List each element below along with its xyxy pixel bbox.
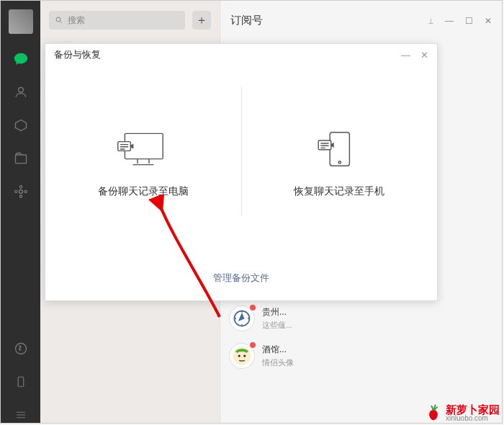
radish-icon <box>424 403 443 422</box>
svg-point-2 <box>19 190 22 194</box>
restore-label: 恢复聊天记录至手机 <box>294 185 384 198</box>
modal-close-icon[interactable]: ✕ <box>420 50 428 61</box>
modal-title: 备份与恢复 <box>54 48 101 61</box>
backup-restore-modal: 备份与恢复 — ✕ 备份聊天记录至电脑 恢复 <box>45 43 438 301</box>
restore-to-phone-option[interactable]: 恢复聊天记录至手机 <box>242 66 438 259</box>
add-button[interactable]: ＋ <box>192 11 211 30</box>
svg-point-3 <box>19 186 22 188</box>
page-title: 订阅号 <box>230 14 263 27</box>
phone-device-icon <box>310 128 368 171</box>
search-icon <box>55 16 63 24</box>
face-icon <box>231 345 253 367</box>
svg-point-5 <box>14 190 17 192</box>
list-item[interactable]: 酒馆...情侣头像 <box>220 337 502 375</box>
pin-icon[interactable]: ⟂ <box>428 16 433 26</box>
svg-rect-8 <box>18 377 24 387</box>
minimize-icon[interactable]: — <box>445 16 454 26</box>
list-item[interactable]: 贵州...这些蕴... <box>220 300 502 337</box>
watermark-text: 新萝卜家园 <box>446 404 500 415</box>
files-icon[interactable] <box>13 151 29 166</box>
svg-point-17 <box>338 161 341 163</box>
search-placeholder: 搜索 <box>68 14 85 27</box>
moments-icon[interactable] <box>13 184 29 200</box>
svg-point-12 <box>238 354 240 357</box>
svg-point-13 <box>243 354 246 357</box>
user-avatar[interactable] <box>9 9 33 34</box>
watermark: 新萝卜家园 xinluobo.com <box>424 403 500 422</box>
contacts-icon[interactable] <box>13 84 29 100</box>
chat-title: 酒馆... <box>262 344 493 356</box>
close-icon[interactable]: ✕ <box>485 16 492 26</box>
search-input[interactable]: 搜索 <box>49 11 185 30</box>
svg-point-7 <box>15 344 26 354</box>
collect-icon[interactable] <box>13 117 29 133</box>
menu-icon[interactable] <box>13 407 29 423</box>
svg-point-4 <box>19 195 22 197</box>
chat-icon[interactable] <box>13 51 29 67</box>
chat-sub: 这些蕴... <box>262 320 493 331</box>
svg-point-9 <box>56 17 60 22</box>
compass-icon <box>232 308 252 328</box>
chat-title: 贵州... <box>262 306 493 318</box>
chat-sub: 情侣头像 <box>262 357 493 368</box>
phone-icon[interactable] <box>13 374 29 390</box>
watermark-url: xinluobo.com <box>446 415 500 422</box>
modal-minimize-icon[interactable]: — <box>401 50 410 61</box>
svg-point-6 <box>24 190 27 192</box>
backup-label: 备份聊天记录至电脑 <box>98 185 189 198</box>
svg-point-0 <box>18 87 23 92</box>
backup-to-pc-option[interactable]: 备份聊天记录至电脑 <box>45 66 241 259</box>
monitor-icon <box>114 128 172 171</box>
svg-rect-1 <box>15 155 26 164</box>
maximize-icon[interactable]: ☐ <box>465 16 473 26</box>
miniprogram-icon[interactable] <box>13 341 29 357</box>
manage-backup-link[interactable]: 管理备份文件 <box>213 272 269 283</box>
